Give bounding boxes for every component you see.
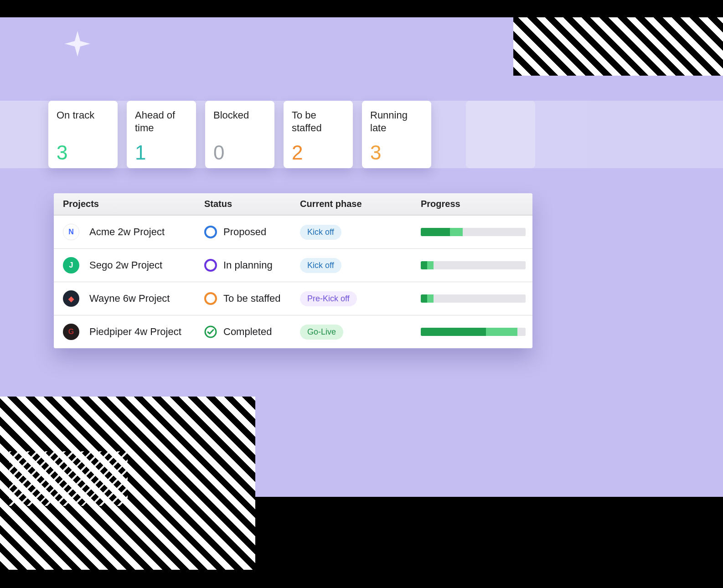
summary-card-label: Blocked [213, 109, 266, 122]
decorative-bar-top [0, 0, 723, 17]
summary-card-late[interactable]: Running late 3 [362, 101, 431, 168]
phase-pill: Go-Live [300, 325, 343, 340]
progress-segment-light [450, 228, 463, 236]
sparkle-icon [65, 31, 90, 57]
progress-bar [421, 228, 526, 236]
progress-segment-light [486, 328, 517, 336]
decorative-hatch-bottom-left [9, 451, 128, 506]
col-phase: Current phase [300, 199, 421, 209]
summary-card-ahead[interactable]: Ahead of time 1 [127, 101, 196, 168]
summary-card-on-track[interactable]: On track 3 [48, 101, 118, 168]
table-row[interactable]: ◆ Wayne 6w Project To be staffed Pre-Kic… [54, 282, 532, 315]
progress-segment-dark [421, 294, 427, 303]
progress-segment-light [427, 294, 434, 303]
progress-bar [421, 294, 526, 303]
status-check-icon [204, 325, 217, 338]
summary-card-label: To be staffed [292, 109, 345, 134]
status-ring-icon [204, 292, 217, 305]
project-logo-icon: ◆ [63, 290, 79, 307]
summary-card-blocked[interactable]: Blocked 0 [205, 101, 274, 168]
summary-card-count: 3 [57, 143, 109, 163]
col-status: Status [204, 199, 300, 209]
project-name: Acme 2w Project [89, 226, 165, 238]
summary-card-count: 2 [292, 143, 345, 163]
project-logo-icon: J [63, 257, 79, 273]
table-row[interactable]: G Piedpiper 4w Project Completed Go-Live [54, 315, 532, 348]
project-logo-icon: G [63, 324, 79, 340]
status-label: Proposed [223, 226, 266, 238]
status-label: To be staffed [223, 293, 281, 304]
col-projects: Projects [63, 199, 204, 209]
summary-cards-row: On track 3 Ahead of time 1 Blocked 0 To … [48, 101, 535, 168]
project-name: Wayne 6w Project [89, 293, 170, 304]
project-name: Sego 2w Project [89, 259, 162, 271]
summary-card-label: Running late [370, 109, 423, 134]
dashboard-canvas: On track 3 Ahead of time 1 Blocked 0 To … [0, 17, 723, 497]
col-progress: Progress [421, 199, 523, 209]
project-logo-icon: N [63, 224, 79, 240]
phase-pill: Kick off [300, 258, 341, 273]
summary-card-count: 0 [213, 143, 266, 163]
phase-pill: Pre-Kick off [300, 291, 357, 306]
table-header: Projects Status Current phase Progress [54, 193, 532, 215]
table-row[interactable]: J Sego 2w Project In planning Kick off [54, 248, 532, 282]
project-name: Piedpiper 4w Project [89, 326, 181, 338]
table-row[interactable]: N Acme 2w Project Proposed Kick off [54, 215, 532, 248]
summary-card-label: On track [57, 109, 109, 122]
summary-card-label: Ahead of time [135, 109, 188, 134]
phase-pill: Kick off [300, 225, 341, 240]
progress-segment-dark [421, 328, 486, 336]
summary-card-staffed[interactable]: To be staffed 2 [284, 101, 353, 168]
summary-card-count: 3 [370, 143, 423, 163]
status-ring-icon [204, 259, 217, 272]
summary-card-placeholder [466, 101, 535, 168]
progress-bar [421, 328, 526, 336]
progress-segment-dark [421, 261, 427, 269]
decorative-pattern-top-right [513, 7, 723, 76]
status-ring-icon [204, 226, 217, 238]
progress-bar [421, 261, 526, 269]
projects-table: Projects Status Current phase Progress N… [54, 193, 532, 348]
progress-segment-dark [421, 228, 450, 236]
status-label: In planning [223, 259, 273, 271]
summary-card-count: 1 [135, 143, 188, 163]
status-label: Completed [223, 326, 272, 338]
progress-segment-light [427, 261, 434, 269]
